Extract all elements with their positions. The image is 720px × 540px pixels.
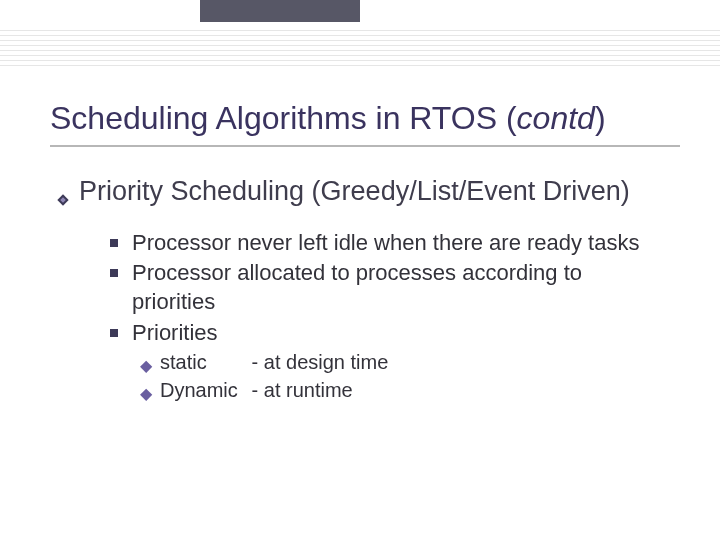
level3-desc: - at runtime — [252, 379, 353, 401]
level2-text: Processor never left idle when there are… — [132, 229, 639, 258]
slide-title-text: Scheduling Algorithms in RTOS (contd) — [50, 100, 690, 137]
header-graphic — [0, 0, 720, 78]
level3-desc: - at design time — [252, 351, 389, 373]
level3-text: static - at design time — [160, 349, 388, 376]
small-diamond-icon: ◆ — [140, 383, 152, 405]
level3-label: static — [160, 349, 246, 376]
level3-text: Dynamic - at runtime — [160, 377, 353, 404]
small-diamond-icon: ◆ — [140, 355, 152, 377]
bullet-level2: Processor never left idle when there are… — [110, 229, 665, 258]
square-bullet-icon — [110, 329, 118, 337]
title-underline — [50, 145, 680, 147]
header-lines — [0, 30, 720, 70]
title-italic: contd — [517, 100, 595, 136]
level1-text: Priority Scheduling (Greedy/List/Event D… — [79, 175, 630, 209]
slide-title: Scheduling Algorithms in RTOS (contd) — [50, 100, 690, 147]
bullet-level1: Priority Scheduling (Greedy/List/Event D… — [55, 175, 665, 217]
diamond-bullet-icon — [55, 183, 71, 217]
bullet-level3: ◆ Dynamic - at runtime — [140, 377, 665, 405]
square-bullet-icon — [110, 239, 118, 247]
level2-text: Priorities — [132, 319, 218, 348]
level3-label: Dynamic — [160, 377, 246, 404]
bullet-level3: ◆ static - at design time — [140, 349, 665, 377]
title-main: Scheduling Algorithms in RTOS ( — [50, 100, 517, 136]
bullet-level2: Processor allocated to processes accordi… — [110, 259, 665, 316]
slide-body: Priority Scheduling (Greedy/List/Event D… — [55, 175, 665, 404]
bullet-level2: Priorities — [110, 319, 665, 348]
level2-text: Processor allocated to processes accordi… — [132, 259, 665, 316]
bullet-level3-list: ◆ static - at design time ◆ Dynamic - at… — [140, 349, 665, 404]
presentation-slide: Scheduling Algorithms in RTOS (contd) Pr… — [0, 0, 720, 540]
bullet-level2-list: Processor never left idle when there are… — [110, 229, 665, 347]
square-bullet-icon — [110, 269, 118, 277]
header-accent-box — [200, 0, 360, 22]
title-close: ) — [595, 100, 606, 136]
